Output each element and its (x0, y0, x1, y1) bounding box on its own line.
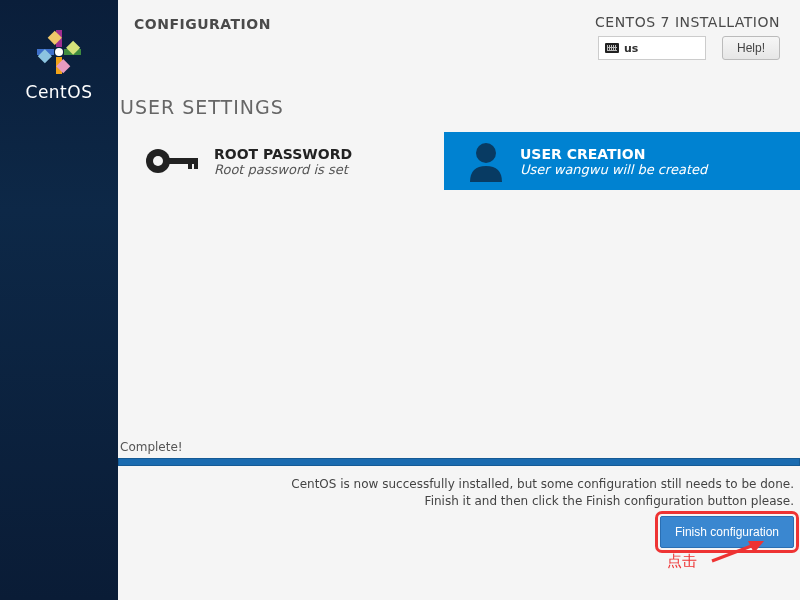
finish-configuration-button[interactable]: Finish configuration (660, 516, 794, 548)
svg-point-8 (55, 48, 63, 56)
progress-status-label: Complete! (118, 440, 800, 458)
root-password-spoke[interactable]: ROOT PASSWORD Root password is set (144, 132, 444, 190)
install-message-line1: CentOS is now successfully installed, bu… (291, 477, 794, 491)
page-title: CONFIGURATION (134, 14, 271, 72)
svg-point-10 (153, 156, 163, 166)
main-panel: CONFIGURATION CENTOS 7 INSTALLATION us H… (118, 0, 800, 600)
svg-rect-11 (168, 158, 198, 164)
user-creation-title: USER CREATION (520, 146, 707, 162)
centos-pinwheel-icon (35, 28, 83, 76)
install-message-line2: Finish it and then click the Finish conf… (425, 494, 794, 508)
keyboard-layout-label: us (624, 42, 638, 55)
user-creation-spoke[interactable]: USER CREATION User wangwu will be create… (444, 132, 800, 190)
key-icon (144, 146, 200, 176)
user-creation-status: User wangwu will be created (520, 162, 707, 177)
centos-logo: CentOS (26, 28, 93, 102)
progress-bar (118, 458, 800, 466)
svg-rect-13 (194, 158, 198, 169)
sidebar: CentOS (0, 0, 118, 600)
root-password-title: ROOT PASSWORD (214, 146, 352, 162)
brand-name: CentOS (26, 82, 93, 102)
user-icon (466, 140, 506, 182)
section-title: USER SETTINGS (118, 72, 800, 132)
svg-point-14 (476, 143, 496, 163)
svg-rect-12 (188, 158, 192, 169)
keyboard-layout-selector[interactable]: us (598, 36, 706, 60)
annotation-label: 点击 (667, 552, 697, 571)
install-message: CentOS is now successfully installed, bu… (118, 466, 800, 510)
root-password-status: Root password is set (214, 162, 352, 177)
keyboard-icon (605, 43, 619, 53)
spokes-row: ROOT PASSWORD Root password is set USER … (118, 132, 800, 190)
install-title: CENTOS 7 INSTALLATION (595, 14, 780, 30)
progress-area: Complete! CentOS is now successfully ins… (118, 440, 800, 600)
topbar: CONFIGURATION CENTOS 7 INSTALLATION us H… (118, 0, 800, 72)
help-button[interactable]: Help! (722, 36, 780, 60)
